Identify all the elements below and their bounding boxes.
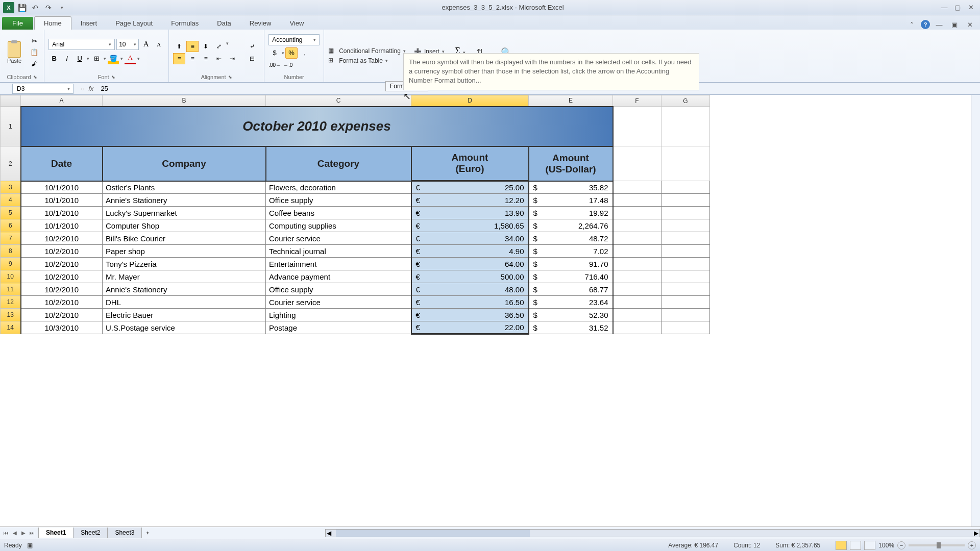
sheet-nav-next-icon[interactable]: ▶ (19, 529, 28, 537)
zoom-level[interactable]: 100% (878, 542, 894, 549)
cell-euro[interactable]: €4.90 (411, 245, 529, 258)
cell-euro[interactable]: €16.50 (411, 296, 529, 309)
cell-usd[interactable]: $19.92 (529, 207, 613, 219)
cell-usd[interactable]: $2,264.76 (529, 219, 613, 232)
sheet-nav-first-icon[interactable]: ⏮ (2, 529, 10, 537)
data-tab[interactable]: Data (208, 17, 240, 30)
cell-category[interactable]: Computing supplies (266, 219, 411, 232)
cell-euro[interactable]: €22.00 (411, 321, 529, 334)
sheet-nav-prev-icon[interactable]: ◀ (11, 529, 19, 537)
cell-usd[interactable]: $68.77 (529, 283, 613, 296)
accounting-format-icon[interactable]: $ (268, 47, 281, 59)
col-header-G[interactable]: G (662, 95, 710, 107)
zoom-slider[interactable] (909, 544, 965, 546)
align-center-icon[interactable]: ≡ (186, 53, 199, 64)
cell-category[interactable]: Entertainment (266, 258, 411, 270)
cell-date[interactable]: 10/1/2010 (21, 194, 103, 207)
row-header[interactable]: 8 (1, 245, 21, 258)
cell-category[interactable]: Coffee beans (266, 207, 411, 219)
col-header-D[interactable]: D (411, 95, 529, 107)
cell-usd[interactable]: $31.52 (529, 321, 613, 334)
font-color-icon[interactable]: A (125, 53, 136, 64)
percent-style-icon[interactable]: % (285, 47, 298, 59)
underline-button[interactable]: U (74, 53, 85, 64)
cell-date[interactable]: 10/2/2010 (21, 270, 103, 283)
cell-usd[interactable]: $35.82 (529, 181, 613, 194)
cell-category[interactable]: Office supply (266, 283, 411, 296)
cell-company[interactable]: Mr. Mayer (103, 270, 266, 283)
save-icon[interactable]: 💾 (16, 2, 28, 13)
header-date[interactable]: Date (21, 146, 103, 181)
row-header[interactable]: 7 (1, 232, 21, 245)
fill-color-icon[interactable]: 🪣 (108, 53, 119, 64)
cell-euro[interactable]: €13.90 (411, 207, 529, 219)
home-tab[interactable]: Home (34, 16, 71, 30)
row-header[interactable]: 10 (1, 270, 21, 283)
col-header-E[interactable]: E (529, 95, 613, 107)
file-tab[interactable]: File (2, 17, 33, 30)
vertical-scrollbar[interactable] (971, 95, 980, 527)
cancel-formula-icon[interactable]: ○ (81, 85, 84, 92)
font-launcher-icon[interactable]: ⬊ (111, 74, 115, 80)
redo-icon[interactable]: ↷ (43, 2, 54, 13)
decrease-indent-icon[interactable]: ⇤ (213, 53, 225, 64)
close-button[interactable]: ✕ (965, 3, 977, 13)
row-header[interactable]: 12 (1, 296, 21, 309)
decrease-font-icon[interactable]: A (153, 39, 164, 50)
header-category[interactable]: Category (266, 146, 411, 181)
cell-company[interactable]: Annie's Stationery (103, 194, 266, 207)
undo-icon[interactable]: ↶ (30, 2, 41, 13)
row-header[interactable]: 14 (1, 321, 21, 334)
page-break-view-icon[interactable] (864, 541, 875, 550)
number-format-dropdown[interactable]: Accounting▾ (268, 34, 320, 45)
zoom-out-button[interactable]: − (897, 541, 905, 549)
cell-company[interactable]: Ostler's Plants (103, 181, 266, 194)
row-header[interactable]: 5 (1, 207, 21, 219)
merge-center-icon[interactable]: ⊟ (244, 53, 260, 64)
cell-date[interactable]: 10/2/2010 (21, 296, 103, 309)
cell-euro[interactable]: €25.00 (411, 181, 529, 194)
cell-date[interactable]: 10/1/2010 (21, 181, 103, 194)
formulas-tab[interactable]: Formulas (162, 17, 208, 30)
zoom-in-button[interactable]: + (968, 541, 976, 549)
cell-company[interactable]: Electric Bauer (103, 309, 266, 321)
paste-button[interactable]: Paste (4, 40, 24, 65)
borders-icon[interactable]: ⊞ (91, 53, 102, 64)
cell-usd[interactable]: $52.30 (529, 309, 613, 321)
cell-category[interactable]: Lighting (266, 309, 411, 321)
cell-company[interactable]: Paper shop (103, 245, 266, 258)
align-top-icon[interactable]: ⬆ (173, 41, 185, 52)
select-all-corner[interactable] (1, 95, 21, 107)
minimize-ribbon-icon[interactable]: ˄ (905, 19, 918, 30)
spreadsheet-grid[interactable]: A B C D E F G 1 October 2010 expenses 2 … (0, 95, 710, 335)
cell-usd[interactable]: $91.70 (529, 258, 613, 270)
cell-date[interactable]: 10/2/2010 (21, 232, 103, 245)
format-painter-icon[interactable]: 🖌 (29, 59, 40, 69)
cell-company[interactable]: Bill's Bike Courier (103, 232, 266, 245)
cell-category[interactable]: Flowers, decoration (266, 181, 411, 194)
review-tab[interactable]: Review (240, 17, 281, 30)
cell-usd[interactable]: $48.72 (529, 232, 613, 245)
cell-date[interactable]: 10/1/2010 (21, 207, 103, 219)
comma-style-icon[interactable]: , (299, 47, 311, 59)
cell-category[interactable]: Postage (266, 321, 411, 334)
align-left-icon[interactable]: ≡ (173, 53, 185, 64)
cell-usd[interactable]: $716.40 (529, 270, 613, 283)
italic-button[interactable]: I (61, 53, 72, 64)
maximize-button[interactable]: ▢ (951, 3, 964, 13)
cell-euro[interactable]: €64.00 (411, 258, 529, 270)
col-header-A[interactable]: A (21, 95, 103, 107)
name-box[interactable]: D3 (12, 84, 74, 94)
cut-icon[interactable]: ✂ (29, 36, 40, 46)
cell-euro[interactable]: €34.00 (411, 232, 529, 245)
cell-date[interactable]: 10/2/2010 (21, 258, 103, 270)
qat-customize-icon[interactable]: ▾ (56, 2, 67, 13)
increase-decimal-icon[interactable]: .00→ (268, 60, 281, 71)
cell-euro[interactable]: €48.00 (411, 283, 529, 296)
sheet-tab-1[interactable]: Sheet1 (38, 528, 74, 538)
normal-view-icon[interactable] (836, 541, 847, 550)
row-header[interactable]: 6 (1, 219, 21, 232)
cell-company[interactable]: Computer Shop (103, 219, 266, 232)
macro-record-icon[interactable]: ▣ (27, 542, 33, 549)
row-header[interactable]: 3 (1, 181, 21, 194)
